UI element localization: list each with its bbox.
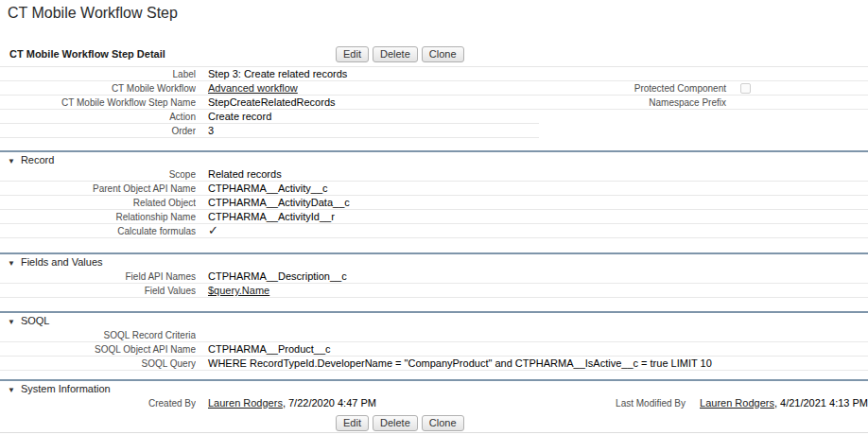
table-row: Created By Lauren Rodgers, 7/22/2020 4:4… — [0, 396, 868, 410]
created-by-date: , 7/22/2020 4:47 PM — [283, 397, 376, 409]
table-row: Field Values $query.Name — [0, 284, 868, 298]
field-values-link[interactable]: $query.Name — [208, 285, 269, 296]
field-value: Related records — [196, 167, 282, 181]
created-by-link[interactable]: Lauren Rodgers — [208, 397, 283, 409]
page: CT Mobile Workflow Step CT Mobile Workfl… — [0, 0, 868, 435]
table-row: Action Create record — [0, 110, 868, 124]
field-value: 3 — [196, 124, 214, 137]
table-row: SOQL Record Criteria — [0, 328, 868, 342]
field-value: Create record — [196, 110, 271, 123]
page-bottom-divider — [0, 432, 868, 433]
collapse-icon[interactable]: ▼ — [8, 259, 15, 268]
field-label: Namespace Prefix — [539, 96, 726, 109]
field-value: CTPHARMA__Description__c — [196, 270, 347, 283]
section-title: System Information — [21, 383, 111, 394]
table-row: CT Mobile Workflow Step Name StepCreateR… — [0, 96, 868, 110]
clone-button[interactable]: Clone — [422, 46, 464, 62]
field-label: Parent Object API Name — [0, 182, 196, 195]
overview-table: Label Step 3: Create related records CT … — [0, 66, 868, 138]
table-row: Order 3 — [0, 124, 868, 138]
record-section: ▼Record Scope Related records Parent Obj… — [0, 150, 868, 238]
detail-section-title: CT Mobile Workflow Step Detail — [9, 48, 165, 60]
field-value: CTPHARMA__ActivityId__r — [196, 210, 335, 223]
page-title: CT Mobile Workflow Step — [8, 4, 178, 23]
field-value: StepCreateRelatedRecords — [196, 96, 336, 109]
field-label: SOQL Object API Name — [0, 342, 196, 356]
collapse-icon[interactable]: ▼ — [8, 386, 15, 394]
delete-button[interactable]: Delete — [373, 415, 418, 431]
section-title: SOQL — [21, 315, 50, 326]
section-title: Record — [21, 154, 54, 165]
table-row: Calculate formulas ✓ — [0, 224, 868, 238]
fields-and-values-section: ▼Fields and Values Field API Names CTPHA… — [0, 252, 868, 298]
field-label: Order — [0, 124, 196, 137]
field-value: CTPHARMA__ActivityData__c — [196, 196, 350, 209]
system-information-section: ▼System Information Created By Lauren Ro… — [0, 379, 868, 410]
table-row: Field API Names CTPHARMA__Description__c — [0, 270, 868, 284]
field-label: Scope — [0, 167, 196, 181]
advanced-workflow-link[interactable]: Advanced workflow — [208, 82, 298, 94]
field-label: Field API Names — [0, 270, 196, 283]
field-value: WHERE RecordTypeId.DeveloperName = "Comp… — [196, 357, 712, 370]
field-label: Label — [0, 67, 196, 80]
edit-button[interactable]: Edit — [336, 415, 369, 431]
soql-section: ▼SOQL SOQL Record Criteria SOQL Object A… — [0, 311, 868, 371]
field-label: Action — [0, 110, 196, 123]
field-label: SOQL Query — [0, 357, 196, 370]
field-label: SOQL Record Criteria — [0, 328, 196, 341]
table-row: Relationship Name CTPHARMA__ActivityId__… — [0, 210, 868, 224]
field-label: CT Mobile Workflow Step Name — [0, 96, 196, 109]
edit-button[interactable]: Edit — [336, 46, 369, 62]
field-value — [726, 96, 740, 109]
protected-component-checkbox[interactable] — [740, 83, 751, 94]
field-label: Last Modified By — [539, 396, 686, 410]
field-label: Calculate formulas — [0, 224, 196, 237]
field-value: CTPHARMA__Product__c — [196, 342, 331, 356]
last-modified-by-date: , 4/21/2021 4:13 PM — [774, 397, 868, 409]
field-label: Field Values — [0, 284, 196, 297]
field-label: Protected Component — [539, 81, 726, 95]
field-label: Created By — [0, 396, 196, 410]
delete-button[interactable]: Delete — [373, 46, 418, 62]
field-label: Related Object — [0, 196, 196, 209]
field-value — [196, 328, 208, 341]
clone-button[interactable]: Clone — [422, 415, 464, 431]
field-label: CT Mobile Workflow — [0, 81, 196, 95]
section-title: Fields and Values — [21, 256, 103, 268]
table-row: Parent Object API Name CTPHARMA__Activit… — [0, 182, 868, 196]
bottom-button-group: Edit Delete Clone — [336, 415, 468, 431]
collapse-icon[interactable]: ▼ — [8, 318, 15, 326]
last-modified-by-link[interactable]: Lauren Rodgers — [700, 397, 774, 409]
field-label: Relationship Name — [0, 210, 196, 223]
table-row: Related Object CTPHARMA__ActivityData__c — [0, 196, 868, 210]
table-row: Label Step 3: Create related records — [0, 67, 868, 81]
field-value: CTPHARMA__Activity__c — [196, 182, 328, 195]
top-button-group: Edit Delete Clone — [336, 46, 468, 62]
collapse-icon[interactable]: ▼ — [8, 157, 15, 165]
table-row: CT Mobile Workflow Advanced workflow Pro… — [0, 81, 868, 96]
checked-checkbox-icon: ✓ — [208, 223, 218, 237]
table-row: SOQL Query WHERE RecordTypeId.DeveloperN… — [0, 357, 868, 371]
field-value: Step 3: Create related records — [196, 67, 347, 80]
table-row: Scope Related records — [0, 167, 868, 182]
table-row: SOQL Object API Name CTPHARMA__Product__… — [0, 342, 868, 357]
